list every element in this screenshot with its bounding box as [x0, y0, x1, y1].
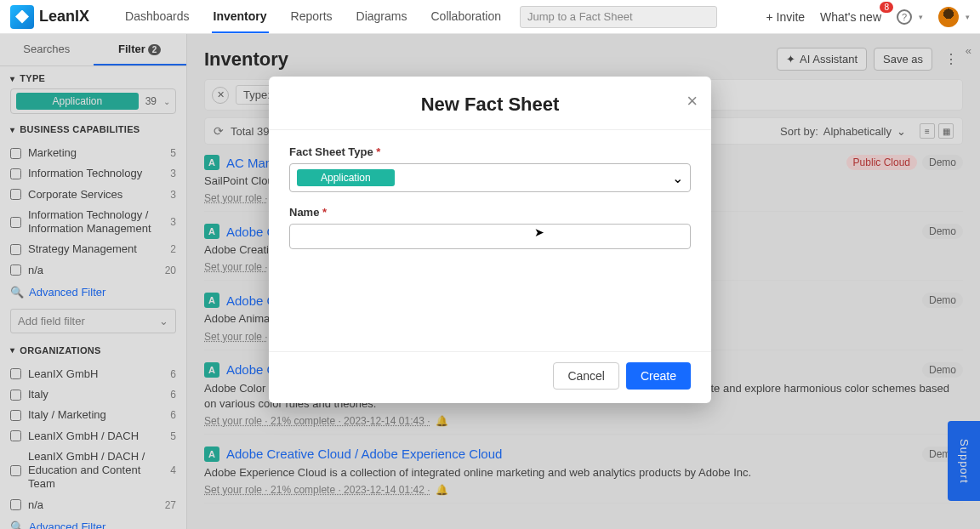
jump-search[interactable]: Jump to a Fact Sheet: [520, 6, 717, 28]
fact-sheet-type-select[interactable]: Application ⌄: [289, 163, 691, 192]
invite-label: Invite: [777, 10, 805, 24]
top-bar: LeanIX Dashboards Inventory Reports Diag…: [0, 0, 980, 34]
logo-icon: [10, 5, 34, 29]
plus-icon: +: [766, 10, 772, 24]
create-button[interactable]: Create: [626, 362, 691, 390]
invite-button[interactable]: +Invite: [766, 10, 805, 24]
nav-dashboards[interactable]: Dashboards: [123, 1, 191, 33]
help-icon[interactable]: ?: [897, 9, 912, 25]
whatsnew-badge: 8: [880, 2, 893, 13]
modal-overlay: New Fact Sheet × Fact Sheet Type * Appli…: [0, 34, 980, 529]
type-select-value: Application: [297, 169, 395, 186]
new-fact-sheet-modal: New Fact Sheet × Fact Sheet Type * Appli…: [269, 77, 711, 403]
nav-inventory[interactable]: Inventory: [212, 1, 269, 33]
close-icon[interactable]: ×: [687, 90, 698, 112]
chevron-down-icon: ▾: [919, 13, 923, 21]
main-nav: Dashboards Inventory Reports Diagrams Co…: [123, 1, 503, 33]
modal-title: New Fact Sheet: [289, 94, 691, 116]
chevron-down-icon: ⌄: [672, 170, 683, 186]
whatsnew-button[interactable]: What's new8: [820, 10, 881, 24]
nav-collaboration[interactable]: Collaboration: [429, 1, 503, 33]
name-label: Name *: [289, 206, 691, 219]
fact-sheet-type-label: Fact Sheet Type *: [289, 145, 691, 158]
name-input[interactable]: [289, 224, 691, 249]
brand-text: LeanIX: [39, 8, 89, 26]
nav-reports[interactable]: Reports: [289, 1, 334, 33]
cancel-button[interactable]: Cancel: [553, 362, 619, 390]
avatar[interactable]: [938, 7, 959, 27]
nav-diagrams[interactable]: Diagrams: [355, 1, 409, 33]
logo[interactable]: LeanIX: [10, 5, 89, 29]
chevron-down-icon: ▾: [966, 13, 970, 21]
jump-placeholder: Jump to a Fact Sheet: [527, 10, 633, 23]
whatsnew-label: What's new: [820, 10, 881, 24]
top-actions: +Invite What's new8 ?▾ ▾: [766, 7, 970, 27]
